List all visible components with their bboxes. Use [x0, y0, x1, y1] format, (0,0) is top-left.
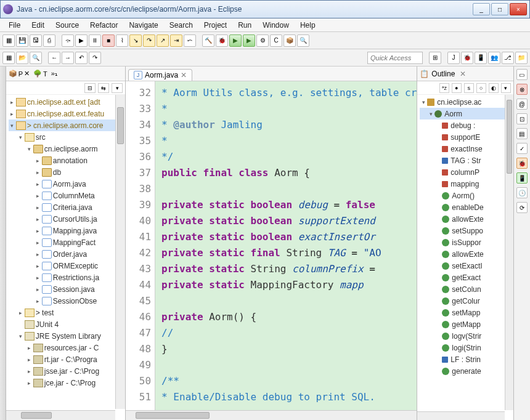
- tree-node[interactable]: JUnit 4: [9, 318, 125, 330]
- perspective-team-icon[interactable]: 👥: [488, 52, 500, 64]
- step-return-icon[interactable]: ↗: [157, 34, 169, 47]
- minimize-button[interactable]: _: [473, 3, 490, 15]
- run-last-icon[interactable]: ▶: [243, 34, 255, 47]
- view-menu-icon[interactable]: ▾: [112, 83, 123, 93]
- perspective-ddms-icon[interactable]: 📱: [475, 52, 487, 64]
- hide-fields-icon[interactable]: ●: [452, 83, 462, 93]
- tab-package-explorer[interactable]: 📦 P ✕: [9, 70, 30, 78]
- code-line[interactable]: //: [161, 325, 417, 341]
- outline-item[interactable]: TAG : Str: [420, 155, 513, 166]
- search-icon[interactable]: 🔍: [30, 52, 42, 64]
- twisty-icon[interactable]: ▸: [35, 263, 42, 269]
- hide-nonpublic-icon[interactable]: ○: [476, 83, 486, 93]
- link-editor-icon[interactable]: ⇆: [98, 83, 109, 93]
- last-edit-icon[interactable]: ↶: [75, 52, 88, 64]
- tasks-icon[interactable]: ✓: [516, 143, 528, 154]
- new-project-icon[interactable]: ▦: [2, 52, 15, 64]
- outline-item[interactable]: setSuppo: [420, 225, 513, 236]
- outline-item[interactable]: supportE: [420, 131, 513, 143]
- nav-forward-icon[interactable]: →: [62, 52, 74, 64]
- twisty-icon[interactable]: ▸: [35, 158, 42, 164]
- quick-access-input[interactable]: [367, 52, 423, 64]
- tree-node[interactable]: ▸jsse.jar - C:\Prog: [9, 365, 125, 377]
- menu-refactor[interactable]: Refactor: [85, 20, 123, 31]
- outline-menu-icon[interactable]: ▾: [501, 83, 511, 93]
- sort-icon[interactable]: ᵃz: [439, 83, 449, 93]
- javadoc-icon[interactable]: @: [516, 99, 528, 110]
- sync-icon[interactable]: ⟳: [516, 202, 528, 213]
- tree-node[interactable]: ▸annotation: [9, 155, 125, 166]
- open-type-icon[interactable]: 🔍: [297, 34, 309, 47]
- hide-local-icon[interactable]: ◐: [489, 83, 499, 93]
- outline-item[interactable]: getColur: [420, 295, 513, 307]
- tree-node[interactable]: ▸db: [9, 166, 125, 178]
- twisty-icon[interactable]: ▸: [35, 275, 42, 281]
- menu-navigate[interactable]: Navigate: [124, 20, 163, 31]
- code-lines[interactable]: * Aorm Utils class, e.g. settings, table…: [155, 81, 417, 410]
- maximize-button[interactable]: □: [491, 3, 508, 15]
- perspective-debug-icon[interactable]: 🐞: [461, 52, 473, 64]
- code-line[interactable]: private static boolean debug = false: [161, 197, 417, 213]
- tree-node[interactable]: ▸Restrictions.ja: [9, 272, 125, 283]
- code-line[interactable]: [161, 293, 417, 309]
- twisty-icon[interactable]: ▾: [17, 333, 25, 339]
- build-icon[interactable]: 🔨: [202, 34, 214, 47]
- tree-node[interactable]: ▸Session.java: [9, 283, 125, 295]
- collapse-all-icon[interactable]: ⊟: [84, 83, 96, 93]
- step-filter-icon[interactable]: ⇥: [170, 34, 182, 47]
- twisty-icon[interactable]: ▸: [35, 251, 42, 257]
- twisty-icon[interactable]: ▸: [26, 357, 33, 363]
- code-line[interactable]: [161, 357, 417, 373]
- perspective-open-icon[interactable]: ⊞: [429, 52, 441, 64]
- console-icon[interactable]: ▤: [516, 128, 528, 139]
- code-area[interactable]: 3233343536373839404142434445464748495051…: [126, 81, 417, 410]
- tree-node[interactable]: ▸jce.jar - C:\Prog: [9, 377, 125, 389]
- twisty-icon[interactable]: ▸: [26, 345, 33, 351]
- outline-item[interactable]: logv(Strir: [420, 330, 513, 342]
- outline-item[interactable]: allowExte: [420, 213, 513, 225]
- problems-icon[interactable]: ⊗: [516, 84, 528, 95]
- code-line[interactable]: * Enable/Disable debug to print SQL.: [161, 389, 417, 405]
- outline-item[interactable]: debug :: [420, 119, 513, 131]
- tree-node[interactable]: ▸rt.jar - C:\Progra: [9, 353, 125, 365]
- run-button-icon[interactable]: ▶: [229, 34, 242, 47]
- code-line[interactable]: private static boolean supportExtend: [161, 213, 417, 229]
- outline-item[interactable]: setMapp: [420, 307, 513, 318]
- editor-scrollbar-h[interactable]: [126, 410, 417, 420]
- tab-more[interactable]: »₁: [51, 70, 57, 78]
- tree-node[interactable]: ▸Mapping.java: [9, 225, 125, 236]
- step-into-icon[interactable]: ↘: [129, 34, 142, 47]
- perspective-java-icon[interactable]: J: [447, 52, 460, 64]
- twisty-icon[interactable]: ▸: [35, 298, 42, 304]
- debug-resume-icon[interactable]: ▶: [75, 34, 88, 47]
- menu-project[interactable]: Project: [199, 20, 232, 31]
- code-line[interactable]: private static String columnPrefix =: [161, 261, 417, 277]
- outline-item[interactable]: getMapp: [420, 318, 513, 330]
- twisty-icon[interactable]: ▸: [35, 228, 42, 234]
- menu-window[interactable]: Window: [258, 20, 294, 31]
- twisty-icon[interactable]: ▸: [35, 240, 42, 246]
- code-line[interactable]: * Aorm Utils class, e.g. settings, table…: [161, 85, 417, 101]
- external-tools-icon[interactable]: ⚙: [256, 34, 269, 47]
- twisty-icon[interactable]: ▾: [17, 134, 25, 140]
- twisty-icon[interactable]: ▸: [26, 368, 33, 374]
- debug-pause-icon[interactable]: ⏸: [89, 34, 101, 47]
- outline-item[interactable]: logi(Strin: [420, 342, 513, 353]
- debug-disconnect-icon[interactable]: ⌇: [116, 34, 128, 47]
- drop-frame-icon[interactable]: ⤺: [184, 34, 196, 47]
- devices-icon[interactable]: 📱: [516, 172, 528, 184]
- outline-item[interactable]: getExact: [420, 272, 513, 283]
- hide-static-icon[interactable]: s: [464, 83, 474, 93]
- twisty-icon[interactable]: ▸: [9, 111, 16, 117]
- new-class-icon[interactable]: C: [270, 34, 282, 47]
- outline-scrollbar-v[interactable]: [505, 95, 513, 410]
- twisty-icon[interactable]: ▾: [9, 123, 16, 129]
- outline-item[interactable]: setColun: [420, 283, 513, 295]
- menu-help[interactable]: Help: [295, 20, 320, 31]
- next-annotation-icon[interactable]: ↷: [89, 52, 101, 64]
- editor-tab-close-icon[interactable]: ✕: [181, 71, 187, 79]
- outline-item[interactable]: LF : Strin: [420, 353, 513, 365]
- outline-item[interactable]: ▾cn.ieclipse.ac: [420, 96, 513, 108]
- print-icon[interactable]: ⎙: [43, 34, 55, 47]
- twisty-icon[interactable]: ▾: [420, 99, 427, 105]
